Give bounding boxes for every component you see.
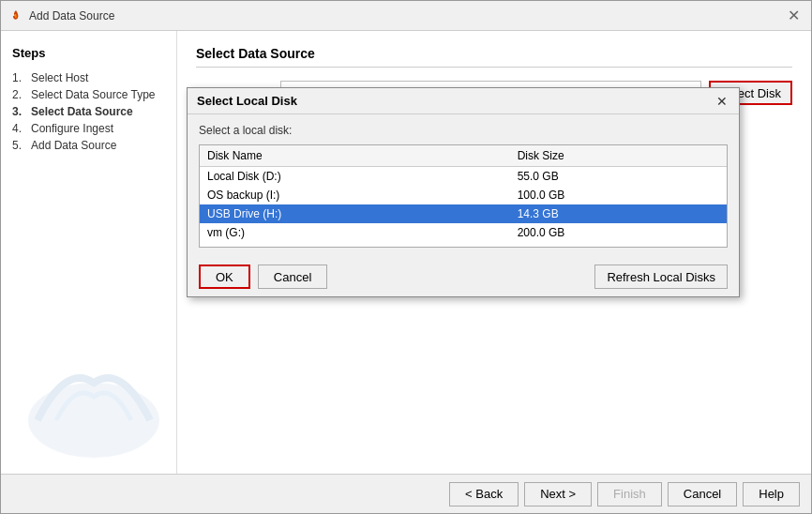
dialog-body: Select a local disk: Disk Name Disk Size… — [188, 114, 739, 257]
steps-heading: Steps — [12, 46, 165, 60]
dialog-subtitle: Select a local disk: — [199, 124, 728, 137]
dialog-title: Select Local Disk — [197, 94, 297, 108]
step-2-num: 2. — [12, 88, 27, 101]
steps-panel: Steps 1. Select Host 2. Select Data Sour… — [1, 31, 177, 474]
dialog-footer: OK Cancel Refresh Local Disks — [188, 257, 739, 296]
disk-size-cell: 100.0 GB — [510, 186, 727, 204]
disk-name-cell: OS backup (I:) — [200, 186, 510, 204]
dialog-close-button[interactable]: ✕ — [714, 94, 729, 109]
disk-name-cell: work (F:) — [200, 242, 510, 248]
step-2-label: Select Data Source Type — [31, 88, 156, 101]
table-row[interactable]: vm (G:)200.0 GB — [200, 223, 727, 242]
step-3-label: Select Data Source — [31, 105, 133, 118]
step-1-label: Select Host — [31, 71, 88, 84]
next-button[interactable]: Next > — [524, 482, 592, 506]
disk-name-cell: Local Disk (D:) — [200, 167, 510, 187]
step-4-label: Configure Ingest — [31, 122, 113, 135]
table-row[interactable]: OS backup (I:)100.0 GB — [200, 186, 727, 204]
step-4-num: 4. — [12, 122, 27, 135]
cancel-button[interactable]: Cancel — [258, 265, 327, 289]
window-title: Add Data Source — [29, 9, 114, 23]
disk-size-cell: 200.0 GB — [510, 223, 727, 242]
footer-cancel-button[interactable]: Cancel — [668, 482, 737, 506]
footer-bar: < Back Next > Finish Cancel Help — [1, 474, 811, 513]
disk-table: Disk Name Disk Size Local Disk (D:)55.0 … — [200, 145, 727, 248]
disk-name-cell: USB Drive (H:) — [200, 204, 510, 223]
finish-button[interactable]: Finish — [597, 482, 662, 506]
step-3: 3. Select Data Source — [12, 103, 165, 120]
steps-list: 1. Select Host 2. Select Data Source Typ… — [12, 69, 165, 154]
main-panel: Select Data Source Local Disk: Select Di… — [177, 31, 811, 474]
step-5-num: 5. — [12, 139, 27, 152]
col-disk-size: Disk Size — [510, 145, 727, 167]
window-close-button[interactable]: ✕ — [784, 7, 804, 24]
refresh-local-disks-button[interactable]: Refresh Local Disks — [594, 265, 728, 289]
titlebar: Add Data Source ✕ — [1, 1, 811, 31]
main-window: Add Data Source ✕ Steps 1. Select Host 2… — [0, 0, 812, 514]
dialog-titlebar: Select Local Disk ✕ — [188, 88, 739, 114]
disk-name-cell: vm (G:) — [200, 223, 510, 242]
titlebar-left: Add Data Source — [8, 8, 114, 23]
disk-size-cell: 14.3 GB — [510, 204, 727, 223]
step-5: 5. Add Data Source — [12, 137, 165, 154]
step-1: 1. Select Host — [12, 69, 165, 86]
ok-button[interactable]: OK — [199, 265, 250, 289]
section-title: Select Data Source — [196, 46, 792, 68]
step-5-label: Add Data Source — [31, 139, 116, 152]
step-4: 4. Configure Ingest — [12, 120, 165, 137]
step-3-num: 3. — [12, 105, 27, 118]
step-2: 2. Select Data Source Type — [12, 86, 165, 103]
back-button[interactable]: < Back — [449, 482, 519, 506]
table-row[interactable]: USB Drive (H:)14.3 GB — [200, 204, 727, 223]
table-header-row: Disk Name Disk Size — [200, 145, 727, 167]
table-row[interactable]: Local Disk (D:)55.0 GB — [200, 167, 727, 187]
watermark-graphic — [9, 345, 177, 458]
disk-size-cell: 55.0 GB — [510, 167, 727, 187]
select-local-disk-dialog: Select Local Disk ✕ Select a local disk:… — [187, 87, 740, 297]
app-icon — [8, 8, 23, 23]
step-1-num: 1. — [12, 71, 27, 84]
disk-table-body: Local Disk (D:)55.0 GBOS backup (I:)100.… — [200, 167, 727, 249]
col-disk-name: Disk Name — [200, 145, 510, 167]
disk-table-wrapper[interactable]: Disk Name Disk Size Local Disk (D:)55.0 … — [199, 144, 728, 248]
disk-size-cell: 65.5 GB — [510, 242, 727, 248]
dialog-footer-left: OK Cancel — [199, 265, 327, 289]
help-button[interactable]: Help — [743, 482, 800, 506]
table-row[interactable]: work (F:)65.5 GB — [200, 242, 727, 248]
content-area: Steps 1. Select Host 2. Select Data Sour… — [1, 31, 811, 474]
